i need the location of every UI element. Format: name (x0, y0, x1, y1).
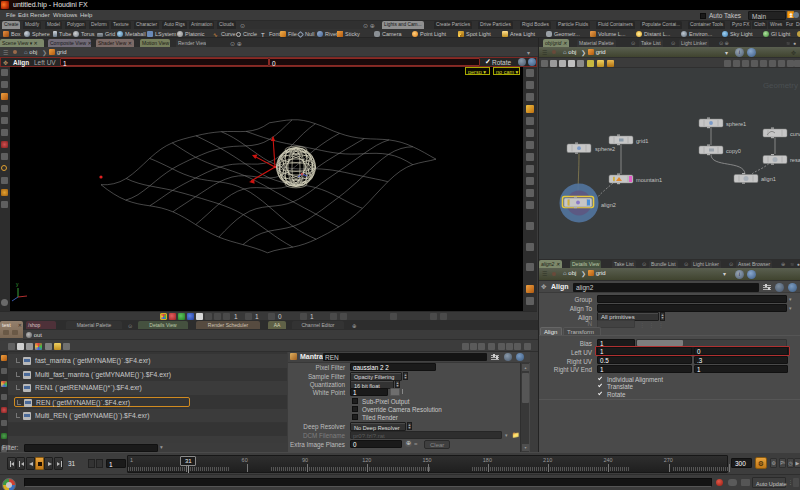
svg-text:sphere1: sphere1 (726, 121, 746, 127)
svg-text:align1: align1 (761, 176, 776, 182)
svg-text:Geometry: Geometry (763, 81, 798, 90)
svg-text:resa: resa (790, 157, 800, 163)
svg-text:copy0: copy0 (726, 148, 741, 154)
svg-text:curve: curve (790, 131, 800, 137)
svg-text:mountain1: mountain1 (636, 177, 662, 183)
svg-text:align2: align2 (601, 202, 616, 208)
svg-text:grid1: grid1 (636, 138, 648, 144)
svg-text:y: y (16, 281, 19, 287)
svg-text:sphere2: sphere2 (595, 146, 615, 152)
